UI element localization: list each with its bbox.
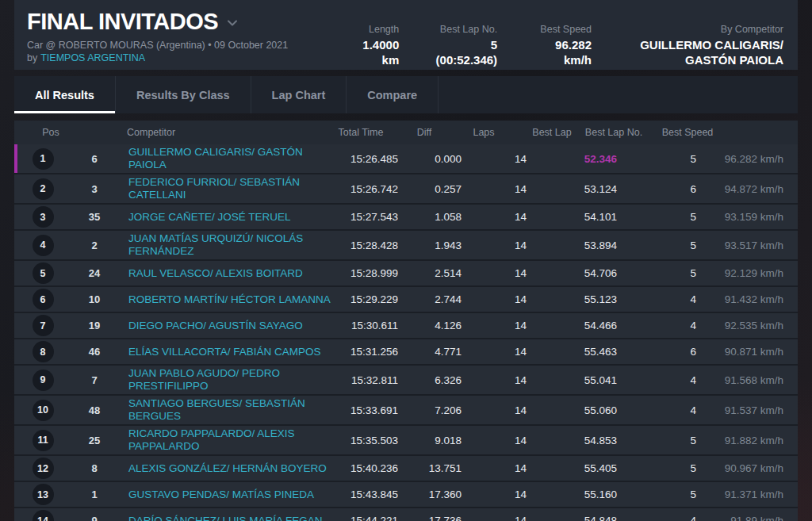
tab-results-by-class[interactable]: Results By Class: [116, 76, 251, 113]
competitor-link[interactable]: RICARDO PAPPALARDO/ ALEXIS PAPPALARDO: [128, 427, 295, 452]
competitor-cell: ELÍAS VILLACORTA/ FABIÁN CAMPOS: [117, 346, 347, 358]
best-lap-no: 5: [617, 211, 696, 223]
column-header-best-lap-no: Best Lap No.: [585, 127, 642, 138]
page: FINAL INVITADOS Car @ ROBERTO MOURAS (Ar…: [0, 0, 812, 521]
best-speed: 96.282 km/h: [696, 153, 798, 165]
chevron-down-icon[interactable]: [226, 17, 239, 29]
tiempos-argentina-link[interactable]: TIEMPOS ARGENTINA: [40, 52, 145, 63]
car-number: 2: [71, 239, 117, 251]
stat-value: 1.4000 km: [343, 37, 400, 67]
competitor-link[interactable]: GUILLERMO CALIGARIS/ GASTÓN PAIOLA: [128, 146, 303, 170]
total-time: 15:26.485: [347, 153, 398, 165]
table-row: 10 48 SANTIAGO BERGUES/ SEBASTIÁN BERGUE…: [14, 394, 798, 424]
tab-lap-chart[interactable]: Lap Chart: [251, 76, 347, 113]
best-lap-no: 5: [617, 488, 696, 500]
total-time: 15:28.428: [347, 239, 398, 251]
best-lap: 53.124: [527, 183, 617, 195]
best-lap-no: 5: [617, 153, 696, 165]
page-title: FINAL INVITADOS: [27, 8, 218, 35]
competitor-cell: SANTIAGO BERGUES/ SEBASTIÁN BERGUES: [117, 397, 347, 423]
position-cell: 2: [14, 178, 71, 200]
diff: 6.326: [398, 374, 462, 386]
table-row: 5 24 RAUL VELASCO/ ALEXIS BOITARD 15:28.…: [14, 259, 798, 285]
stat-label: Best Speed: [524, 24, 592, 35]
position-badge: 13: [33, 484, 54, 505]
competitor-link[interactable]: FEDERICO FURRIOL/ SEBASTIÁN CATELLANI: [128, 176, 300, 201]
position-badge: 5: [33, 262, 54, 284]
best-lap: 55.463: [527, 346, 617, 358]
table-row: 9 7 JUAN PABLO AGUDO/ PEDRO PRESTIFILIPP…: [14, 364, 798, 394]
diff: 9.018: [398, 435, 462, 446]
competitor-link[interactable]: JORGE CAÑETE/ JOSÉ TERUEL: [128, 211, 291, 223]
best-speed: 91.89 km/h: [696, 515, 798, 521]
best-speed: 94.872 km/h: [696, 183, 798, 195]
laps: 14: [462, 404, 527, 416]
position-badge: 8: [33, 341, 54, 362]
laps: 14: [462, 153, 527, 165]
competitor-link[interactable]: JUAN PABLO AGUDO/ PEDRO PRESTIFILIPPO: [128, 367, 280, 392]
car-number: 9: [71, 515, 117, 521]
total-time: 15:30.611: [347, 320, 398, 331]
competitor-link[interactable]: SANTIAGO BERGUES/ SEBASTIÁN BERGUES: [128, 397, 305, 422]
laps: 14: [462, 346, 527, 358]
competitor-link[interactable]: DIEGO PACHO/ AGUSTÍN SAYAGO: [128, 320, 303, 331]
position-cell: 11: [14, 430, 71, 451]
diff: 2.514: [398, 267, 462, 279]
best-lap: 55.123: [527, 293, 617, 305]
competitor-link[interactable]: GUSTAVO PENDAS/ MATÍAS PINEDA: [128, 488, 314, 500]
competitor-cell: RAUL VELASCO/ ALEXIS BOITARD: [117, 267, 347, 280]
laps: 14: [462, 183, 527, 195]
best-lap: 55.060: [527, 404, 617, 416]
column-header-diff: Diff: [417, 127, 432, 138]
position-badge: 9: [33, 370, 54, 391]
best-lap-no: 6: [617, 346, 696, 358]
table-row: 14 9 DARÍO SÁNCHEZ/ LUIS MARÍA FEGAN 15:…: [14, 507, 798, 521]
position-cell: 8: [14, 341, 71, 362]
competitor-link[interactable]: RAUL VELASCO/ ALEXIS BOITARD: [128, 267, 303, 279]
total-time: 15:33.691: [347, 404, 398, 416]
position-badge: 14: [33, 510, 54, 521]
competitor-cell: JORGE CAÑETE/ JOSÉ TERUEL: [117, 211, 347, 224]
tab-all-results[interactable]: All Results: [14, 76, 116, 113]
laps: 14: [462, 435, 527, 446]
best-lap: 54.848: [527, 515, 617, 521]
best-lap-no: 4: [617, 374, 696, 386]
table-row: 2 3 FEDERICO FURRIOL/ SEBASTIÁN CATELLAN…: [14, 173, 798, 203]
diff: 1.943: [398, 239, 462, 251]
table-row: 12 8 ALEXIS GONZÁLEZ/ HERNÁN BOYERO 15:4…: [14, 454, 798, 481]
competitor-link[interactable]: ALEXIS GONZÁLEZ/ HERNÁN BOYERO: [128, 462, 327, 474]
car-number: 48: [71, 404, 117, 416]
total-time: 15:31.256: [347, 346, 398, 358]
competitor-link[interactable]: JUAN MATÍAS URQUIZÚ/ NICOLÁS FERNÁNDEZ: [128, 232, 303, 257]
best-lap: 54.853: [527, 435, 617, 446]
laps: 14: [462, 515, 527, 521]
car-number: 6: [71, 153, 117, 165]
stat-value: 5 (00:52.346): [426, 37, 497, 67]
position-badge: 10: [33, 400, 54, 421]
position-cell: 6: [14, 289, 71, 310]
best-lap: 52.346: [527, 153, 617, 165]
car-number: 10: [71, 293, 117, 305]
table-row: 1 6 GUILLERMO CALIGARIS/ GASTÓN PAIOLA 1…: [14, 144, 798, 173]
table-row: 11 25 RICARDO PAPPALARDO/ ALEXIS PAPPALA…: [14, 424, 798, 454]
competitor-link[interactable]: DARÍO SÁNCHEZ/ LUIS MARÍA FEGAN: [128, 515, 323, 521]
position-badge: 6: [33, 289, 54, 310]
best-lap: 55.405: [527, 462, 617, 474]
laps: 14: [462, 462, 527, 474]
diff: 1.058: [398, 211, 462, 223]
results-table: Pos Competitor Total Time Diff Laps Best…: [14, 121, 798, 521]
column-header-laps: Laps: [473, 127, 494, 138]
position-badge: 11: [33, 430, 54, 451]
car-number: 1: [71, 488, 117, 500]
position-cell: 5: [14, 262, 71, 284]
laps: 14: [462, 267, 527, 279]
competitor-link[interactable]: ROBERTO MARTÍN/ HÉCTOR LAMANNA: [128, 293, 331, 305]
best-speed: 93.517 km/h: [696, 239, 798, 251]
best-speed: 92.535 km/h: [696, 320, 798, 331]
total-time: 15:35.503: [347, 435, 398, 446]
diff: 7.206: [398, 404, 462, 416]
car-number: 46: [71, 346, 117, 358]
tab-compare[interactable]: Compare: [347, 76, 439, 113]
competitor-link[interactable]: ELÍAS VILLACORTA/ FABIÁN CAMPOS: [128, 346, 321, 358]
total-time: 15:28.999: [347, 267, 398, 279]
